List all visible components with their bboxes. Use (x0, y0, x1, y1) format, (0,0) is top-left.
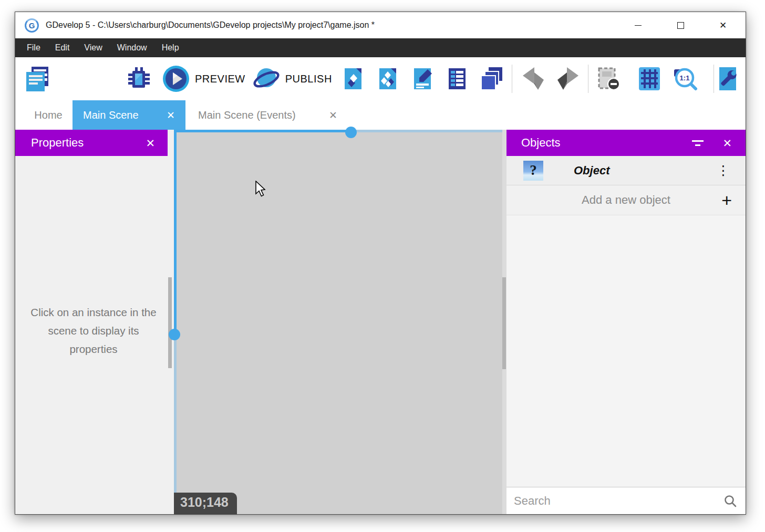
toolbar-separator (588, 65, 588, 93)
search-icon (723, 494, 737, 508)
menu-bar: File Edit View Window Help (15, 38, 746, 57)
minimize-button[interactable] (630, 17, 646, 33)
objects-close-icon[interactable]: ✕ (722, 138, 732, 149)
scene-vertical-scroll-track (174, 130, 177, 514)
scene-horizontal-scroll-track (174, 130, 502, 132)
project-manager-icon (24, 65, 51, 92)
objects-search-bar (506, 487, 746, 514)
publish-button[interactable]: PUBLISH (253, 65, 332, 92)
undo-button[interactable] (521, 66, 546, 91)
gdevelop-logo-icon: G (25, 18, 39, 33)
object-menu-icon[interactable]: ⋮ (717, 164, 730, 177)
project-manager-button[interactable] (24, 65, 51, 92)
gdevelop-window: G GDevelop 5 - C:\Users\charburg\Documen… (15, 12, 746, 515)
preview-label: PREVIEW (195, 73, 245, 85)
layers-button[interactable] (479, 66, 504, 91)
toolbar-separator (714, 65, 714, 93)
settings-button[interactable] (715, 66, 740, 91)
window-mask-icon (596, 66, 621, 91)
grid-icon (637, 66, 662, 91)
toolbar-separator (512, 65, 512, 93)
debugger-button[interactable] (126, 66, 152, 92)
title-bar: G GDevelop 5 - C:\Users\charburg\Documen… (15, 12, 746, 38)
objects-panel-title: Objects (521, 136, 561, 150)
close-icon: ✕ (719, 21, 727, 30)
scene-editor: 310;148 (174, 130, 506, 514)
tab-main-scene-label: Main Scene (83, 109, 139, 121)
layers-icon (479, 66, 504, 91)
tab-close-icon[interactable]: ✕ (329, 110, 337, 120)
tab-home-label: Home (34, 109, 62, 121)
object-question-icon: ? (523, 161, 543, 181)
minimize-icon (635, 25, 642, 26)
object-groups-icon (375, 66, 400, 91)
tab-main-scene[interactable]: Main Scene ✕ (73, 100, 185, 130)
tab-main-scene-events-label: Main Scene (Events) (198, 109, 296, 121)
scene-properties-button[interactable] (410, 66, 435, 91)
menu-window[interactable]: Window (110, 38, 154, 57)
svg-text:1:1: 1:1 (679, 74, 689, 82)
properties-close-icon[interactable]: ✕ (146, 138, 155, 149)
play-icon (162, 65, 190, 92)
add-object-row[interactable]: Add a new object + (506, 185, 746, 215)
wrench-icon (715, 66, 740, 91)
scene-canvas[interactable]: 310;148 (174, 130, 502, 514)
tab-close-icon[interactable]: ✕ (167, 110, 175, 120)
objects-panel-header: Objects ✕ (506, 130, 746, 156)
instances-list-button[interactable] (444, 66, 470, 91)
object-groups-button[interactable] (375, 66, 400, 91)
publish-label: PUBLISH (285, 73, 332, 85)
menu-view[interactable]: View (77, 38, 109, 57)
main-content: Properties ✕ Click on an instance in the… (15, 130, 746, 514)
window-title: GDevelop 5 - C:\Users\charburg\Documents… (46, 20, 375, 30)
zoom-1-1-icon: 1:1 (673, 66, 698, 91)
tab-bar: Home Main Scene ✕ Main Scene (Events) ✕ (15, 100, 746, 130)
add-object-label: Add a new object (582, 193, 670, 207)
instances-list-icon (444, 66, 470, 91)
filter-icon[interactable] (692, 140, 704, 146)
objects-panel: Objects ✕ ? Object ⋮ Add a new object + (506, 130, 746, 514)
edit-pencil-icon (410, 66, 435, 91)
mouse-cursor-icon (255, 181, 268, 197)
maximize-icon (677, 22, 684, 29)
menu-edit[interactable]: Edit (48, 38, 77, 57)
properties-scrollbar[interactable] (168, 277, 172, 368)
toolbar: PREVIEW PUBLISH (15, 57, 746, 100)
publish-globe-icon (253, 65, 280, 92)
menu-file[interactable]: File (19, 38, 48, 57)
close-button[interactable]: ✕ (715, 17, 731, 33)
properties-panel-title: Properties (31, 136, 84, 150)
tab-home[interactable]: Home (24, 100, 73, 130)
properties-panel: Properties ✕ Click on an instance in the… (15, 130, 174, 514)
maximize-button[interactable] (673, 17, 688, 33)
object-name: Object (574, 164, 609, 178)
undo-icon (521, 66, 546, 91)
objects-editor-button[interactable] (340, 66, 366, 91)
properties-panel-header: Properties ✕ (15, 130, 168, 156)
debugger-icon (126, 66, 152, 92)
tab-main-scene-events[interactable]: Main Scene (Events) ✕ (185, 100, 350, 130)
scene-horizontal-scroll-handle[interactable] (345, 127, 357, 138)
cursor-coordinates-badge: 310;148 (174, 493, 237, 514)
plus-icon: + (721, 190, 732, 211)
zoom-original-button[interactable]: 1:1 (673, 66, 698, 91)
redo-button[interactable] (555, 66, 581, 91)
object-list-item[interactable]: ? Object ⋮ (506, 156, 746, 185)
objects-search-input[interactable] (514, 494, 723, 508)
canvas-right-scrollbar-thumb[interactable] (502, 277, 506, 369)
properties-hint-text: Click on an instance in the scene to dis… (23, 303, 164, 358)
menu-help[interactable]: Help (154, 38, 187, 57)
toggle-mask-button[interactable] (596, 66, 621, 91)
objects-editor-icon (340, 66, 366, 91)
redo-icon (555, 66, 581, 91)
canvas-right-scrollbar (502, 130, 506, 514)
scene-vertical-scroll-handle[interactable] (169, 329, 180, 340)
toggle-grid-button[interactable] (637, 66, 662, 91)
preview-button[interactable]: PREVIEW (162, 65, 245, 92)
